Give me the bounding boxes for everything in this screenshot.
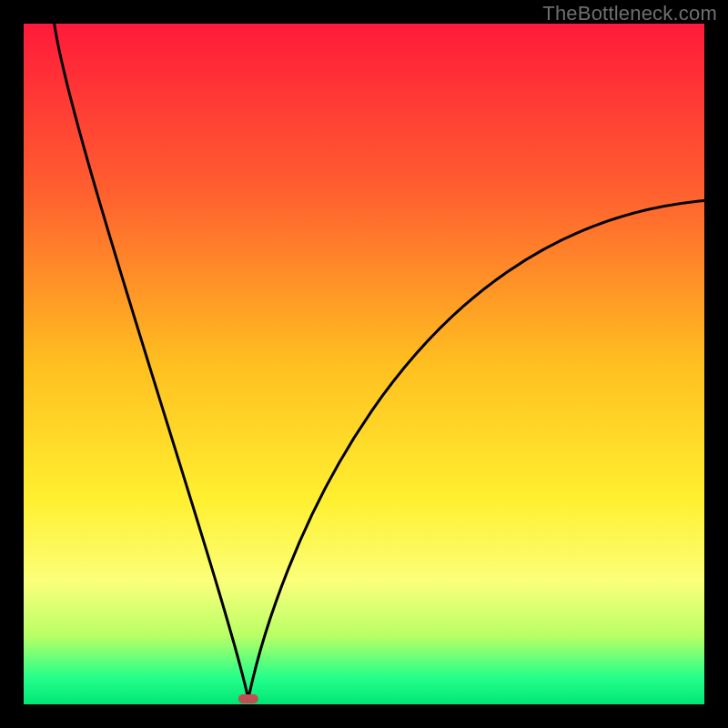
watermark-text: TheBottleneck.com xyxy=(542,2,717,25)
gradient-background xyxy=(24,24,704,704)
optimum-marker xyxy=(238,694,258,703)
plot-area xyxy=(24,24,704,704)
chart-svg xyxy=(24,24,704,704)
chart-frame: TheBottleneck.com xyxy=(0,0,728,728)
